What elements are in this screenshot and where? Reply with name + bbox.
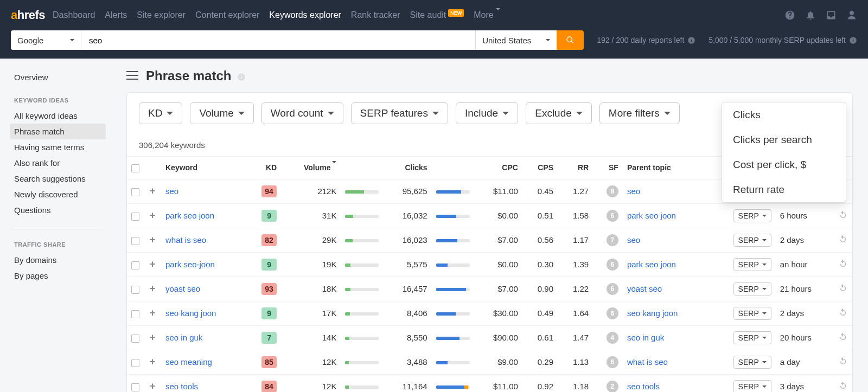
add-icon[interactable]: + xyxy=(148,187,157,196)
serp-button[interactable]: SERP xyxy=(733,234,771,247)
help-icon[interactable] xyxy=(784,10,795,21)
row-checkbox[interactable] xyxy=(131,188,139,196)
add-icon[interactable]: + xyxy=(148,285,157,293)
row-checkbox[interactable] xyxy=(131,213,139,221)
refresh-icon[interactable] xyxy=(838,332,848,342)
nav-content-explorer[interactable]: Content explorer xyxy=(195,10,259,20)
sf-badge[interactable]: 7 xyxy=(607,234,618,246)
keyword-link[interactable]: park seo-joon xyxy=(165,260,215,269)
user-icon[interactable] xyxy=(846,10,857,21)
sidebar-item-also-rank-for[interactable]: Also rank for xyxy=(10,155,106,171)
info-icon[interactable] xyxy=(237,73,246,81)
serp-button[interactable]: SERP xyxy=(733,307,771,320)
col-rr[interactable]: RR xyxy=(558,157,593,179)
refresh-icon[interactable] xyxy=(838,381,848,390)
keyword-link[interactable]: seo tools xyxy=(165,382,198,391)
info-icon[interactable] xyxy=(849,36,857,44)
parent-topic-link[interactable]: seo kang joon xyxy=(627,309,678,318)
keyword-link[interactable]: seo in guk xyxy=(165,333,202,342)
keyword-link[interactable]: seo kang joon xyxy=(165,309,216,318)
parent-topic-link[interactable]: seo in guk xyxy=(627,333,664,342)
keyword-link[interactable]: seo meaning xyxy=(165,357,212,367)
sf-badge[interactable]: 6 xyxy=(607,259,618,271)
refresh-icon[interactable] xyxy=(838,259,848,268)
sidebar-item-by-pages[interactable]: By pages xyxy=(10,268,106,284)
row-checkbox[interactable] xyxy=(131,237,139,245)
sf-badge[interactable]: 8 xyxy=(607,185,618,197)
sidebar-item-by-domains[interactable]: By domains xyxy=(10,252,106,268)
keyword-link[interactable]: what is seo xyxy=(165,235,206,245)
dd-item-clicks-per-search[interactable]: Clicks per search xyxy=(722,127,846,152)
add-icon[interactable]: + xyxy=(148,333,157,342)
dd-item-return-rate[interactable]: Return rate xyxy=(722,177,846,202)
row-checkbox[interactable] xyxy=(131,335,139,343)
col-clicks[interactable]: Clicks xyxy=(383,157,431,179)
add-icon[interactable]: + xyxy=(148,260,157,269)
refresh-icon[interactable] xyxy=(838,283,848,293)
serp-button[interactable]: SERP xyxy=(733,331,771,344)
country-select[interactable]: United States xyxy=(475,30,557,50)
refresh-icon[interactable] xyxy=(838,356,848,366)
sf-badge[interactable]: 2 xyxy=(607,381,618,392)
parent-topic-link[interactable]: what is seo xyxy=(627,357,668,367)
refresh-icon[interactable] xyxy=(838,210,848,220)
col-parent-topic[interactable]: Parent topic xyxy=(623,157,709,179)
add-icon[interactable]: + xyxy=(148,309,157,318)
dd-item-clicks[interactable]: Clicks xyxy=(722,102,846,127)
parent-topic-link[interactable]: park seo joon xyxy=(627,260,676,269)
add-icon[interactable]: + xyxy=(148,358,157,367)
info-icon[interactable] xyxy=(687,36,695,44)
col-cps[interactable]: CPS xyxy=(522,157,558,179)
filter-more-filters[interactable]: More filters xyxy=(599,102,680,124)
sf-badge[interactable]: 6 xyxy=(607,283,618,295)
add-icon[interactable]: + xyxy=(148,236,157,245)
col-cpc[interactable]: CPC xyxy=(474,157,522,179)
sidebar-item-search-suggestions[interactable]: Search suggestions xyxy=(10,171,106,187)
parent-topic-link[interactable]: yoast seo xyxy=(627,284,662,293)
row-checkbox[interactable] xyxy=(131,261,139,269)
parent-topic-link[interactable]: seo xyxy=(627,235,640,245)
parent-topic-link[interactable]: seo xyxy=(627,187,640,196)
select-all-checkbox[interactable] xyxy=(131,164,139,172)
sidebar-item-all-keyword-ideas[interactable]: All keyword ideas xyxy=(10,108,106,124)
inbox-icon[interactable] xyxy=(826,10,837,21)
dd-item-cost-per-click-[interactable]: Cost per click, $ xyxy=(722,152,846,177)
keyword-input[interactable] xyxy=(81,30,475,50)
nav-site-audit[interactable]: Site auditNEW xyxy=(410,10,464,20)
row-checkbox[interactable] xyxy=(131,310,139,318)
keyword-link[interactable]: park seo joon xyxy=(165,211,214,220)
serp-button[interactable]: SERP xyxy=(733,282,771,295)
nav-site-explorer[interactable]: Site explorer xyxy=(137,10,186,20)
row-checkbox[interactable] xyxy=(131,383,139,391)
sidebar-item-newly-discovered[interactable]: Newly discovered xyxy=(10,187,106,202)
sf-badge[interactable]: 6 xyxy=(607,307,618,319)
bell-icon[interactable] xyxy=(805,10,816,21)
filter-exclude[interactable]: Exclude xyxy=(526,102,592,124)
nav-keywords-explorer[interactable]: Keywords explorer xyxy=(269,10,341,20)
logo[interactable]: ahrefs xyxy=(11,8,45,22)
sidebar-item-questions[interactable]: Questions xyxy=(10,202,106,218)
add-icon[interactable]: + xyxy=(148,382,157,391)
keyword-link[interactable]: yoast seo xyxy=(165,284,200,293)
nav-dashboard[interactable]: Dashboard xyxy=(53,10,95,20)
filter-include[interactable]: Include xyxy=(456,102,518,124)
search-button[interactable] xyxy=(557,30,584,50)
filter-word-count[interactable]: Word count xyxy=(261,102,343,124)
sf-badge[interactable]: 6 xyxy=(607,210,618,222)
col-sf[interactable]: SF xyxy=(593,157,623,179)
refresh-icon[interactable] xyxy=(838,307,848,317)
serp-button[interactable]: SERP xyxy=(733,356,771,369)
nav-rank-tracker[interactable]: Rank tracker xyxy=(351,10,400,20)
nav-alerts[interactable]: Alerts xyxy=(105,10,127,20)
sf-badge[interactable]: 4 xyxy=(607,332,618,344)
serp-button[interactable]: SERP xyxy=(733,209,771,222)
col-keyword[interactable]: Keyword xyxy=(161,157,247,179)
parent-topic-link[interactable]: seo tools xyxy=(627,382,660,391)
col-volume[interactable]: Volume xyxy=(281,157,341,179)
serp-button[interactable]: SERP xyxy=(733,258,771,271)
sf-badge[interactable]: 6 xyxy=(607,356,618,368)
keyword-link[interactable]: seo xyxy=(165,187,178,196)
refresh-icon[interactable] xyxy=(838,234,848,244)
hamburger-icon[interactable] xyxy=(126,71,138,81)
row-checkbox[interactable] xyxy=(131,286,139,294)
